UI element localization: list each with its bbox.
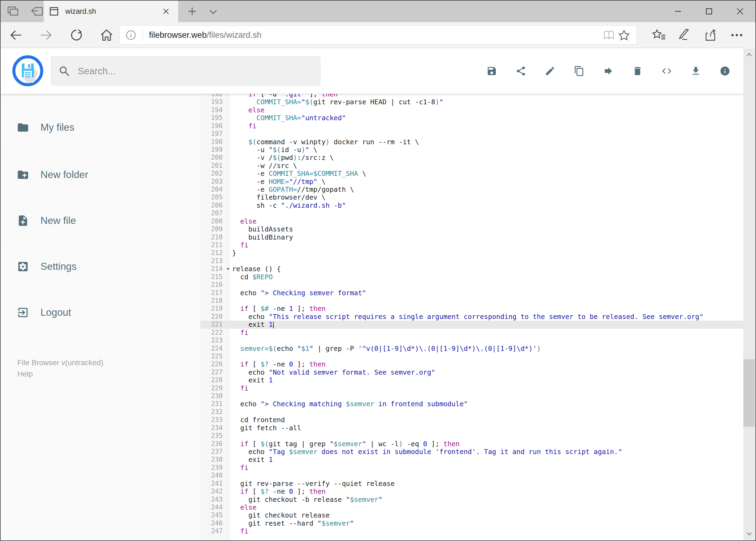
- code-line[interactable]: 224 semver=$(echo "$1" | grep -P '^v(0|[…: [200, 345, 744, 352]
- share-button[interactable]: [506, 56, 536, 86]
- code-line[interactable]: 194 else: [200, 106, 744, 114]
- share-page-button[interactable]: [701, 28, 720, 42]
- code-line[interactable]: 199 -u "$(id -u)" \: [200, 146, 744, 154]
- code-line[interactable]: 238 exit 1: [200, 456, 744, 463]
- code-line[interactable]: 202 -e COMMIT_SHA=$COMMIT_SHA \: [200, 170, 744, 178]
- refresh-button[interactable]: [67, 28, 86, 42]
- code-line[interactable]: 218: [200, 297, 744, 305]
- code-line[interactable]: 222 fi: [200, 329, 744, 336]
- code-line[interactable]: 234 git fetch --all: [200, 424, 744, 432]
- new-tab-button[interactable]: [183, 5, 201, 18]
- site-info-icon[interactable]: [124, 28, 138, 43]
- code-line[interactable]: 242 if [ $? -ne 0 ]; then: [200, 487, 744, 495]
- tab-list-button[interactable]: [205, 6, 221, 17]
- code-line[interactable]: 237 echo "Tag $semver does not exist in …: [200, 448, 744, 456]
- code-line[interactable]: 208 else: [200, 218, 744, 225]
- hub-button[interactable]: [650, 28, 668, 42]
- sidebar-item-new-folder[interactable]: New folder: [1, 165, 200, 185]
- web-note-button[interactable]: [675, 28, 694, 42]
- page-scrollbar[interactable]: [743, 49, 755, 540]
- code-line[interactable]: 232: [200, 408, 744, 416]
- raw-code-button[interactable]: [652, 56, 681, 86]
- code-line[interactable]: 209 buildAssets: [200, 225, 744, 233]
- delete-button[interactable]: [623, 56, 652, 86]
- address-bar[interactable]: filebrowser.web/files/wizard.sh: [119, 25, 637, 45]
- save-button[interactable]: [477, 56, 506, 86]
- copy-button[interactable]: [565, 56, 594, 86]
- move-button[interactable]: [594, 56, 623, 86]
- code-line[interactable]: 226 if [ $? -ne 0 ]; then: [200, 360, 744, 368]
- more-options-button[interactable]: [727, 28, 746, 42]
- code-line[interactable]: 221 exit 1: [200, 320, 744, 328]
- scrollbar-thumb[interactable]: [743, 359, 755, 427]
- reading-view-button[interactable]: [601, 28, 617, 43]
- code-line[interactable]: 231 echo "> Checking matching $semver in…: [200, 400, 744, 408]
- code-line[interactable]: 200 -v /$(pwd):/src:z \: [200, 154, 744, 162]
- close-window-button[interactable]: [724, 1, 755, 22]
- code-line[interactable]: 206 sh -c "./wizard.sh -b": [200, 202, 744, 209]
- code-line[interactable]: 225: [200, 352, 744, 360]
- code-line[interactable]: 247 fi: [200, 527, 744, 535]
- code-line[interactable]: 233 cd frontend: [200, 416, 744, 424]
- code-line[interactable]: 203 -e HOME="//tmp" \: [200, 178, 744, 186]
- code-line[interactable]: 207: [200, 209, 744, 217]
- code-line[interactable]: 236 if [ $(git tag | grep "$semver" | wc…: [200, 440, 744, 448]
- minimize-button[interactable]: [662, 1, 693, 22]
- info-button[interactable]: [710, 56, 740, 86]
- maximize-button[interactable]: [693, 1, 724, 22]
- set-tabs-aside-button[interactable]: [29, 4, 46, 18]
- code-line[interactable]: 220 echo "This release script requires a…: [200, 313, 744, 320]
- code-line[interactable]: 196 fi: [200, 122, 744, 130]
- sidebar-item-new-file[interactable]: New file: [1, 211, 200, 231]
- code-line[interactable]: 240: [200, 472, 744, 479]
- download-button[interactable]: [681, 56, 710, 86]
- code-line[interactable]: 230: [200, 392, 744, 400]
- fold-marker-icon[interactable]: [226, 268, 230, 270]
- sidebar-item-settings[interactable]: Settings: [1, 256, 200, 277]
- code-line[interactable]: 229 fi: [200, 384, 744, 392]
- code-editor[interactable]: 192 if [ -d ".git" ]; then193 COMMIT_SHA…: [200, 94, 744, 541]
- sidebar-item-logout[interactable]: Logout: [1, 302, 200, 323]
- code-line[interactable]: 244 else: [200, 503, 744, 511]
- code-line[interactable]: 241 git rev-parse --verify --quiet relea…: [200, 480, 744, 487]
- code-line[interactable]: 214release () {: [200, 265, 744, 273]
- tab-wizard-sh[interactable]: wizard.sh: [44, 1, 178, 22]
- search-box[interactable]: [51, 56, 321, 86]
- code-line[interactable]: 193 COMMIT_SHA="$(git rev-parse HEAD | c…: [200, 98, 744, 106]
- scroll-up-button[interactable]: [743, 49, 755, 61]
- code-line[interactable]: 210 buildBinary: [200, 234, 744, 241]
- sidebar-item-my-files[interactable]: My files: [1, 117, 200, 138]
- search-input[interactable]: [77, 65, 304, 77]
- code-line[interactable]: 201 -w //src \: [200, 162, 744, 170]
- scroll-down-button[interactable]: [743, 528, 755, 540]
- code-line[interactable]: 223: [200, 336, 744, 344]
- home-button[interactable]: [97, 28, 116, 42]
- back-button[interactable]: [6, 28, 25, 42]
- code-line[interactable]: 198 $(command -v winpty) docker run --rm…: [200, 138, 744, 146]
- code-line[interactable]: 245 git checkout release: [200, 511, 744, 519]
- code-line[interactable]: 239 fi: [200, 464, 744, 472]
- filebrowser-logo[interactable]: [12, 52, 44, 89]
- code-line[interactable]: 197: [200, 130, 744, 138]
- code-line[interactable]: 243 git checkout -b release "$semver": [200, 496, 744, 503]
- code-line[interactable]: 227 echo "Not valid semver format. See s…: [200, 368, 744, 376]
- code-line[interactable]: 228 exit 1: [200, 376, 744, 384]
- code-line[interactable]: 216: [200, 281, 744, 289]
- code-line[interactable]: 246 git reset --hard "$semver": [200, 519, 744, 527]
- code-line[interactable]: 213: [200, 257, 744, 265]
- code-line[interactable]: 195 COMMIT_SHA="untracked": [200, 114, 744, 122]
- favorite-button[interactable]: [617, 28, 631, 43]
- code-line[interactable]: 212}: [200, 249, 744, 257]
- rename-button[interactable]: [536, 56, 565, 86]
- code-line[interactable]: 211 fi: [200, 241, 744, 249]
- code-line[interactable]: 219 if [ $# -ne 1 ]; then: [200, 305, 744, 312]
- code-line[interactable]: 235: [200, 432, 744, 440]
- code-line[interactable]: 205 filebrowser/dev \: [200, 194, 744, 201]
- tab-preview-button[interactable]: [4, 4, 22, 18]
- forward-button[interactable]: [37, 28, 56, 42]
- help-link[interactable]: Help: [17, 368, 104, 380]
- close-tab-button[interactable]: [160, 5, 172, 18]
- code-line[interactable]: 217 echo "> Checking semver format": [200, 289, 744, 297]
- code-line[interactable]: 215 cd $REPO: [200, 273, 744, 281]
- code-line[interactable]: 204 -e GOPATH=//tmp/gopath \: [200, 186, 744, 194]
